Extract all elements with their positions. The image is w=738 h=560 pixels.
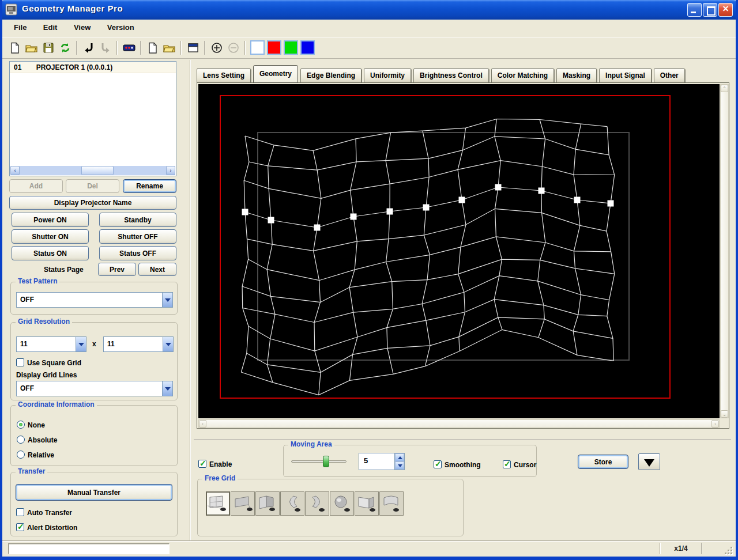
scroll-left-icon[interactable]: ‹ — [199, 420, 206, 427]
dropdown-arrow-icon[interactable] — [162, 293, 172, 307]
pattern-green-button[interactable] — [284, 40, 298, 55]
radio-absolute[interactable] — [17, 436, 25, 444]
enable-checkbox[interactable] — [198, 460, 206, 468]
projector-control-button[interactable] — [121, 40, 137, 55]
free-grid-cylinder-v-button[interactable] — [280, 491, 304, 516]
tab-input-signal[interactable]: Input Signal — [599, 68, 652, 83]
status-off-button[interactable]: Status OFF — [99, 246, 176, 260]
cursor-checkbox[interactable] — [503, 460, 511, 468]
shutter-off-button[interactable]: Shutter OFF — [99, 229, 176, 244]
radio-relative[interactable] — [17, 451, 25, 459]
scroll-right-icon[interactable] — [166, 166, 175, 175]
free-grid-curved-button[interactable] — [379, 491, 404, 516]
status-on-button[interactable]: Status ON — [12, 246, 89, 260]
projector-list[interactable]: 01 PROJECTOR 1 (0.0.0.1) — [9, 61, 176, 176]
shutter-on-button[interactable]: Shutter ON — [12, 229, 89, 244]
redo-button[interactable] — [97, 40, 113, 55]
geometry-canvas[interactable] — [198, 84, 720, 418]
resize-grip[interactable] — [724, 546, 732, 554]
add-button[interactable]: Add — [9, 179, 63, 193]
projector-list-scrollbar[interactable] — [10, 166, 175, 175]
alert-distortion-checkbox[interactable] — [16, 523, 24, 531]
test-pattern-select[interactable]: OFF — [16, 292, 173, 308]
spin-down-icon[interactable] — [395, 461, 404, 470]
slider-track[interactable] — [291, 460, 347, 463]
del-button[interactable]: Del — [66, 179, 119, 193]
display-projector-name-button[interactable]: Display Projector Name — [9, 196, 176, 210]
scroll-up-icon[interactable]: ⌃ — [721, 85, 728, 92]
smoothing-checkbox[interactable] — [434, 460, 442, 468]
manual-transfer-button[interactable]: Manual Transfer — [16, 484, 172, 501]
pattern-blue-button[interactable] — [300, 40, 315, 55]
dropdown-arrow-icon[interactable] — [76, 337, 86, 351]
auto-transfer-row[interactable]: Auto Transfer — [16, 507, 72, 517]
canvas-hscrollbar[interactable]: ‹ › — [198, 419, 720, 428]
window-frame-button[interactable] — [185, 40, 201, 55]
alert-distortion-row[interactable]: Alert Distortion — [16, 522, 77, 532]
scrollbar-thumb[interactable] — [81, 166, 114, 175]
rename-button[interactable]: Rename — [123, 179, 176, 193]
tab-brightness-control[interactable]: Brightness Control — [413, 68, 489, 83]
moving-area-spinner[interactable]: 5 — [359, 453, 405, 470]
free-grid-angled-button[interactable] — [255, 491, 280, 516]
minimize-button[interactable] — [687, 3, 702, 17]
scroll-down-icon[interactable]: ⌄ — [721, 410, 728, 418]
grid-v-select[interactable]: 11 — [103, 336, 174, 352]
prev-button[interactable]: Prev — [98, 263, 136, 276]
maximize-button[interactable] — [703, 3, 717, 17]
tab-other[interactable]: Other — [654, 68, 685, 83]
tab-edge-blending[interactable]: Edge Blending — [300, 68, 362, 83]
menu-edit[interactable]: Edit — [36, 20, 65, 32]
menu-file[interactable]: File — [7, 20, 33, 32]
tab-color-matching[interactable]: Color Matching — [491, 68, 554, 83]
slider-thumb[interactable] — [323, 456, 329, 467]
tab-geometry[interactable]: Geometry — [253, 65, 298, 83]
menu-version[interactable]: Version — [100, 20, 141, 32]
new-window-button[interactable] — [145, 40, 160, 55]
use-square-grid-row[interactable]: Use Square Grid — [16, 357, 81, 368]
projector-list-item[interactable]: 01 PROJECTOR 1 (0.0.0.1) — [10, 62, 176, 73]
open-project-button[interactable] — [161, 40, 177, 55]
distortion-mesh[interactable] — [198, 84, 720, 418]
tab-lens-setting[interactable]: Lens Setting — [197, 68, 251, 83]
coordinate-none-option[interactable]: None — [17, 421, 45, 429]
undo-button[interactable] — [81, 40, 96, 55]
free-grid-flat-tilt-button[interactable] — [231, 491, 255, 516]
use-square-grid-checkbox[interactable] — [16, 358, 24, 366]
free-grid-flat-screen-button[interactable] — [206, 491, 230, 516]
close-button[interactable] — [718, 3, 733, 17]
radio-none[interactable] — [17, 421, 25, 429]
tab-uniformity[interactable]: Uniformity — [364, 68, 411, 83]
zoom-out-button[interactable] — [225, 40, 241, 55]
standby-button[interactable]: Standby — [99, 213, 176, 227]
open-file-button[interactable] — [24, 40, 39, 55]
coordinate-absolute-option[interactable]: Absolute — [17, 436, 57, 444]
pattern-white-button[interactable] — [250, 40, 265, 55]
next-button[interactable]: Next — [138, 263, 176, 276]
refresh-button[interactable] — [57, 40, 73, 55]
dropdown-arrow-icon[interactable] — [163, 337, 173, 351]
cursor-row[interactable]: Cursor — [503, 459, 536, 470]
canvas-vscrollbar[interactable]: ⌃ ⌄ — [720, 84, 729, 418]
scroll-left-icon[interactable] — [10, 166, 20, 175]
zoom-in-button[interactable] — [209, 40, 224, 55]
spin-up-icon[interactable] — [395, 453, 404, 461]
moving-area-slider[interactable] — [291, 456, 347, 468]
enable-row[interactable]: Enable — [198, 459, 232, 469]
free-grid-corner-button[interactable] — [355, 491, 379, 516]
pattern-red-button[interactable] — [267, 40, 281, 55]
store-dropdown-button[interactable] — [638, 453, 660, 470]
store-button[interactable]: Store — [578, 455, 628, 469]
free-grid-sphere-button[interactable] — [330, 491, 354, 516]
display-grid-lines-select[interactable]: OFF — [16, 381, 173, 396]
auto-transfer-checkbox[interactable] — [16, 508, 24, 516]
scroll-right-icon[interactable]: › — [711, 420, 719, 427]
tab-masking[interactable]: Masking — [556, 68, 597, 83]
save-button[interactable] — [40, 40, 56, 55]
free-grid-cylinder-v2-button[interactable] — [305, 491, 329, 516]
power-on-button[interactable]: Power ON — [12, 213, 89, 227]
dropdown-arrow-icon[interactable] — [162, 381, 172, 396]
smoothing-row[interactable]: Smoothing — [434, 459, 481, 470]
grid-h-select[interactable]: 11 — [16, 336, 86, 352]
coordinate-relative-option[interactable]: Relative — [17, 451, 54, 459]
